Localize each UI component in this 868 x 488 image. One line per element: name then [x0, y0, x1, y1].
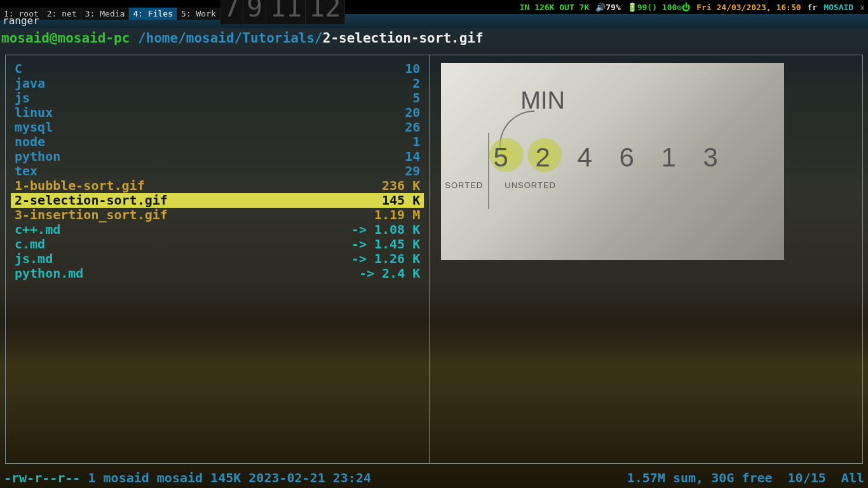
- file-row[interactable]: python.md-> 2.4 K: [11, 266, 424, 281]
- path: /home/mosaid/Tutorials/: [130, 30, 322, 46]
- min-label: MIN: [520, 87, 565, 114]
- file-size: 2: [412, 76, 420, 91]
- file-name: 1-bubble-sort.gif: [15, 179, 382, 193]
- file-size: 20: [405, 105, 420, 120]
- keyboard-layout: fr: [804, 3, 821, 12]
- array-element: 4: [571, 142, 599, 173]
- file-name: python.md: [15, 266, 359, 281]
- workspace-tab[interactable]: 2: net: [43, 8, 81, 20]
- file-name: mysql: [15, 120, 405, 135]
- file-row[interactable]: python14: [11, 149, 424, 164]
- ranger-panes: C10 java2 js5 linux20 mysql26 node1 pyth…: [5, 55, 863, 464]
- file-size: 14: [405, 149, 420, 164]
- array-element: 6: [613, 142, 641, 173]
- preview-image: MIN 524613 SORTED UNSORTED: [441, 63, 784, 260]
- array-element: 5: [487, 142, 515, 173]
- file-size: 1: [412, 135, 420, 149]
- file-size: 1.19 M: [374, 208, 420, 222]
- array-element: 1: [654, 142, 682, 173]
- file-name: c.md: [15, 237, 351, 252]
- file-size: 5: [412, 91, 420, 105]
- array-element: 3: [696, 142, 724, 173]
- file-name: node: [15, 135, 412, 149]
- file-row[interactable]: java2: [11, 76, 424, 91]
- file-row[interactable]: c++.md-> 1.08 K: [11, 222, 424, 237]
- status-bar: 1: root2: net3: Media4: Files5: Work7911…: [0, 0, 868, 14]
- unsorted-label: UNSORTED: [505, 180, 556, 190]
- file-name: python: [15, 149, 405, 164]
- workspace-tab[interactable]: 7: [220, 0, 243, 24]
- file-row[interactable]: 3-insertion_sort.gif1.19 M: [11, 208, 424, 222]
- battery-status: 🔋99() 100⚙⏻: [624, 3, 693, 12]
- net-status: IN 126K OUT 7K: [517, 3, 593, 12]
- current-file: 2-selection-sort.gif: [323, 30, 484, 46]
- workspace-tab[interactable]: 3: Media: [81, 8, 130, 20]
- file-row[interactable]: tex29: [11, 164, 424, 179]
- file-row[interactable]: 2-selection-sort.gif145 K: [11, 193, 424, 208]
- workspace-tab[interactable]: 4: Files: [129, 8, 177, 20]
- file-name: tex: [15, 164, 405, 179]
- file-name: 2-selection-sort.gif: [15, 193, 382, 208]
- file-row[interactable]: node1: [11, 135, 424, 149]
- file-name: linux: [15, 105, 405, 120]
- file-row[interactable]: mysql26: [11, 120, 424, 135]
- file-row[interactable]: c.md-> 1.45 K: [11, 237, 424, 252]
- userhost: mosaid@mosaid-pc: [1, 30, 130, 46]
- hostname: MOSAID: [820, 3, 857, 12]
- volume-status: 🔊79%: [592, 3, 623, 12]
- workspace-tab[interactable]: 11: [266, 0, 306, 24]
- file-name: js: [15, 91, 412, 105]
- file-size: 145 K: [382, 193, 420, 208]
- sorted-label: SORTED: [445, 180, 483, 190]
- file-size: -> 1.45 K: [351, 237, 420, 252]
- summary-info: 1.57M sum, 30G free 10/15 All: [627, 470, 864, 485]
- array-element: 2: [529, 142, 557, 173]
- datetime: Fri 24/03/2023, 16:50: [693, 3, 804, 12]
- file-name: java: [15, 76, 412, 91]
- file-name: c++.md: [15, 222, 351, 237]
- file-size: 236 K: [382, 179, 420, 193]
- file-permissions: -rw-r--r--: [4, 470, 80, 485]
- file-name: 3-insertion_sort.gif: [15, 208, 374, 222]
- workspace-tab[interactable]: 12: [306, 0, 345, 24]
- workspace-tab[interactable]: 5: Work: [177, 8, 220, 20]
- file-size: 26: [405, 120, 420, 135]
- file-row[interactable]: js5: [11, 91, 424, 105]
- file-name: js.md: [15, 252, 351, 266]
- file-row[interactable]: C10: [11, 62, 424, 76]
- file-list-pane[interactable]: C10 java2 js5 linux20 mysql26 node1 pyth…: [6, 55, 430, 463]
- file-name: C: [15, 62, 405, 76]
- ranger-status-line: -rw-r--r-- 1 mosaid mosaid 145K 2023-02-…: [0, 470, 868, 485]
- file-size: -> 1.26 K: [351, 252, 420, 266]
- file-info: 1 mosaid mosaid 145K 2023-02-21 23:24: [80, 470, 371, 485]
- close-icon[interactable]: x: [857, 3, 868, 12]
- file-size: -> 2.4 K: [359, 266, 420, 281]
- file-row[interactable]: js.md-> 1.26 K: [11, 252, 424, 266]
- preview-pane: MIN 524613 SORTED UNSORTED: [430, 55, 862, 463]
- file-size: 10: [405, 62, 420, 76]
- workspace-tab[interactable]: 9: [243, 0, 266, 24]
- workspace-list: 1: root2: net3: Media4: Files5: Work7911…: [0, 0, 345, 23]
- file-size: -> 1.08 K: [351, 222, 420, 237]
- ranger-path: mosaid@mosaid-pc /home/mosaid/Tutorials/…: [0, 28, 868, 51]
- file-row[interactable]: linux20: [11, 105, 424, 120]
- number-sequence: 524613: [487, 142, 724, 173]
- file-row[interactable]: 1-bubble-sort.gif236 K: [11, 179, 424, 193]
- file-size: 29: [405, 164, 420, 179]
